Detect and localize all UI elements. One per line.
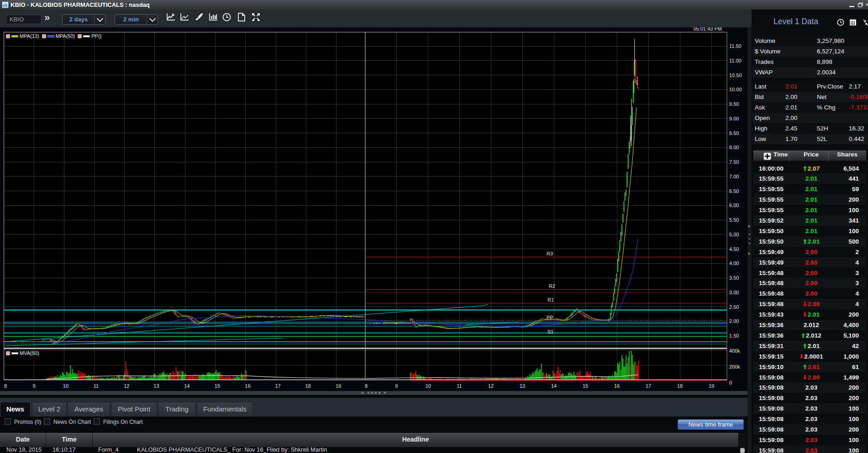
svg-text:2.00: 2.00 — [729, 318, 739, 324]
svg-text:19: 19 — [709, 383, 714, 389]
svg-text:10: 10 — [426, 383, 431, 389]
svg-text:3.50: 3.50 — [729, 275, 739, 281]
svg-text:5.00: 5.00 — [729, 232, 739, 237]
svg-text:17: 17 — [275, 383, 280, 389]
svg-text:10.50: 10.50 — [729, 73, 742, 78]
svg-text:8: 8 — [365, 383, 368, 389]
svg-text:19: 19 — [336, 383, 341, 389]
svg-text:17: 17 — [646, 383, 651, 389]
svg-text:16: 16 — [614, 383, 620, 389]
svg-text:16: 16 — [245, 383, 250, 389]
svg-text:400k: 400k — [729, 348, 740, 354]
svg-text:8.50: 8.50 — [729, 130, 739, 136]
svg-text:R2: R2 — [549, 283, 555, 289]
svg-text:10.00: 10.00 — [729, 87, 742, 92]
svg-text:6.50: 6.50 — [729, 188, 739, 194]
svg-text:R3: R3 — [547, 251, 553, 256]
svg-text:7.00: 7.00 — [729, 174, 739, 179]
svg-text:0: 0 — [729, 380, 732, 385]
svg-text:12: 12 — [488, 383, 494, 389]
svg-text:4.00: 4.00 — [729, 260, 739, 266]
svg-text:18: 18 — [677, 383, 683, 389]
svg-text:11.50: 11.50 — [729, 43, 742, 49]
svg-text:9.50: 9.50 — [729, 101, 739, 107]
svg-text:15: 15 — [215, 383, 220, 389]
svg-text:18: 18 — [305, 383, 310, 389]
svg-text:11: 11 — [94, 383, 99, 389]
svg-text:10: 10 — [63, 383, 68, 389]
svg-text:1.50: 1.50 — [729, 333, 739, 338]
svg-text:14: 14 — [551, 383, 557, 389]
svg-text:2.50: 2.50 — [729, 304, 739, 310]
svg-text:9.00: 9.00 — [729, 116, 739, 121]
svg-text:S1: S1 — [547, 329, 553, 334]
svg-text:200k: 200k — [729, 364, 740, 370]
svg-text:11: 11 — [457, 383, 462, 389]
svg-text:11.00: 11.00 — [729, 58, 742, 63]
svg-text:R1: R1 — [547, 297, 554, 302]
svg-text:4.50: 4.50 — [729, 246, 739, 252]
svg-text:3.00: 3.00 — [729, 290, 739, 295]
svg-text:15: 15 — [583, 383, 588, 389]
svg-text:5.50: 5.50 — [729, 217, 739, 223]
svg-text:05:01:43 PM: 05:01:43 PM — [694, 27, 722, 31]
svg-text:9: 9 — [33, 383, 36, 389]
svg-text:8.00: 8.00 — [729, 145, 739, 150]
svg-text:8: 8 — [4, 383, 7, 389]
svg-text:13: 13 — [520, 383, 525, 389]
svg-text:13: 13 — [153, 383, 159, 389]
svg-text:9: 9 — [395, 383, 398, 389]
svg-text:6.00: 6.00 — [729, 203, 739, 208]
svg-text:14: 14 — [184, 383, 189, 389]
svg-text:12: 12 — [124, 383, 129, 389]
svg-text:7.50: 7.50 — [729, 159, 739, 165]
